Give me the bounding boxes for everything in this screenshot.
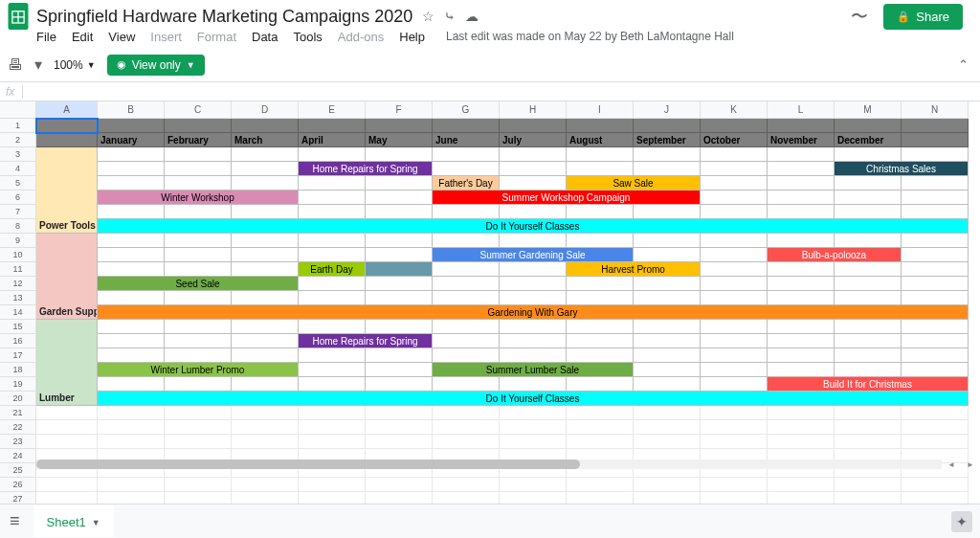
- scroll-arrows[interactable]: ◄►: [942, 460, 980, 469]
- row-header[interactable]: 18: [0, 363, 36, 377]
- row-header[interactable]: 2: [0, 133, 36, 147]
- row-header[interactable]: 3: [0, 147, 36, 162]
- menu-insert[interactable]: Insert: [150, 30, 182, 44]
- horizontal-scrollbar[interactable]: [36, 460, 942, 469]
- column-header[interactable]: H: [500, 101, 567, 119]
- campaign-bar[interactable]: Summer Workshop Campaign: [433, 191, 701, 205]
- campaign-bar[interactable]: Seed Sale: [98, 277, 299, 291]
- column-header[interactable]: C: [165, 101, 232, 119]
- zoom-control[interactable]: 100% ▼: [54, 58, 96, 72]
- row-header[interactable]: 20: [0, 392, 36, 406]
- row-header[interactable]: 9: [0, 234, 36, 248]
- cloud-icon[interactable]: ☁: [465, 9, 479, 24]
- column-header[interactable]: M: [835, 101, 902, 119]
- month-header: August: [567, 133, 634, 147]
- campaign-bar[interactable]: Home Repairs for Spring: [299, 162, 433, 176]
- row-header[interactable]: 4: [0, 162, 36, 176]
- campaign-bar[interactable]: Christmas Sales: [835, 162, 969, 176]
- document-title[interactable]: Springfield Hardware Marketing Campaigns…: [36, 7, 412, 27]
- campaign-bar[interactable]: Build It for Christmas: [768, 377, 969, 392]
- campaign-bar[interactable]: Father's Day: [433, 176, 500, 191]
- menubar: File Edit View Insert Format Data Tools …: [0, 27, 980, 48]
- row-header[interactable]: 15: [0, 320, 36, 334]
- row-header[interactable]: 24: [0, 449, 36, 463]
- campaign-bar[interactable]: Do It Yourself Classes: [98, 392, 969, 406]
- column-header[interactable]: D: [232, 101, 299, 119]
- row-header[interactable]: 16: [0, 334, 36, 348]
- menu-edit[interactable]: Edit: [72, 30, 93, 44]
- all-sheets-icon[interactable]: ≡: [10, 511, 20, 531]
- row-header[interactable]: 8: [0, 219, 36, 234]
- row-header[interactable]: 12: [0, 277, 36, 291]
- sheets-logo-icon[interactable]: [8, 3, 29, 30]
- menu-view[interactable]: View: [108, 30, 135, 44]
- menu-format[interactable]: Format: [197, 30, 236, 44]
- column-header[interactable]: E: [299, 101, 366, 119]
- campaign-bar[interactable]: Saw Sale: [567, 176, 701, 191]
- column-header[interactable]: J: [634, 101, 701, 119]
- row-header[interactable]: 11: [0, 262, 36, 277]
- campaign-bar[interactable]: Summer Lumber Sale: [433, 363, 634, 377]
- column-header[interactable]: L: [768, 101, 835, 119]
- campaign-bar[interactable]: Summer Gardening Sale: [433, 248, 634, 262]
- trend-icon[interactable]: 〜: [851, 5, 868, 28]
- star-icon[interactable]: ☆: [422, 9, 434, 24]
- campaign-bar[interactable]: Winter Workshop: [98, 191, 299, 205]
- campaign-bar[interactable]: Bulb-a-polooza: [768, 248, 902, 262]
- month-header: June: [433, 133, 500, 147]
- row-header[interactable]: 13: [0, 291, 36, 305]
- row-header[interactable]: 23: [0, 435, 36, 449]
- campaign-bar[interactable]: Gardening With Gary: [98, 305, 969, 320]
- menu-help[interactable]: Help: [399, 30, 425, 44]
- last-edit-text[interactable]: Last edit was made on May 22 by Beth LaM…: [446, 30, 734, 43]
- campaign-bar[interactable]: Home Repairs for Spring: [299, 334, 433, 348]
- column-header[interactable]: K: [701, 101, 768, 119]
- column-header[interactable]: F: [366, 101, 433, 119]
- campaign-bar[interactable]: Winter Lumber Promo: [98, 363, 299, 377]
- row-header[interactable]: 27: [0, 492, 36, 504]
- menu-tools[interactable]: Tools: [293, 30, 322, 44]
- sheet-tabs-bar: ≡ Sheet1▼: [0, 504, 980, 538]
- row-header[interactable]: 14: [0, 305, 36, 320]
- row-header[interactable]: 19: [0, 377, 36, 392]
- row-header[interactable]: 22: [0, 420, 36, 435]
- campaign-bar[interactable]: Earth Day: [299, 262, 366, 277]
- row-header[interactable]: 10: [0, 248, 36, 262]
- campaign-bar[interactable]: Harvest Promo: [567, 262, 701, 277]
- month-header: March: [232, 133, 299, 147]
- collapse-toolbar-icon[interactable]: ⌃: [958, 57, 969, 72]
- active-cell[interactable]: [36, 119, 98, 133]
- category-label: Lumber: [36, 320, 98, 406]
- print-icon[interactable]: 🖶: [8, 56, 23, 74]
- lock-icon: 🔒: [897, 11, 910, 23]
- row-header[interactable]: 6: [0, 191, 36, 205]
- campaign-bar[interactable]: Do It Yourself Classes: [98, 219, 969, 234]
- share-button[interactable]: 🔒 Share: [883, 4, 963, 30]
- chevron-down-icon[interactable]: ▼: [92, 518, 100, 527]
- titlebar: Springfield Hardware Marketing Campaigns…: [0, 0, 980, 27]
- column-header[interactable]: N: [902, 101, 969, 119]
- column-header[interactable]: G: [433, 101, 500, 119]
- filter-icon[interactable]: ▾: [34, 56, 42, 74]
- spreadsheet-grid[interactable]: ABCDEFGHIJKLMN12JanuaryFebruaryMarchApri…: [0, 101, 980, 504]
- sheet-tab-active[interactable]: Sheet1▼: [33, 505, 114, 537]
- view-only-button[interactable]: ◉ View only ▼: [107, 55, 205, 76]
- move-icon[interactable]: ⤷: [444, 9, 456, 24]
- toolbar: 🖶 ▾ 100% ▼ ◉ View only ▼ ⌃: [0, 48, 980, 82]
- explore-button[interactable]: ✦: [951, 511, 972, 532]
- menu-data[interactable]: Data: [252, 30, 278, 44]
- menu-addons[interactable]: Add-ons: [338, 30, 384, 44]
- menu-file[interactable]: File: [36, 30, 56, 44]
- column-header[interactable]: B: [98, 101, 165, 119]
- row-header[interactable]: 5: [0, 176, 36, 191]
- column-header[interactable]: A: [36, 101, 98, 119]
- column-header[interactable]: I: [567, 101, 634, 119]
- row-header[interactable]: 26: [0, 478, 36, 492]
- row-header[interactable]: 7: [0, 205, 36, 219]
- row-header[interactable]: 25: [0, 463, 36, 478]
- row-header[interactable]: 21: [0, 406, 36, 420]
- row-header[interactable]: 1: [0, 119, 36, 133]
- row-header[interactable]: 17: [0, 348, 36, 363]
- campaign-bar[interactable]: [366, 262, 433, 277]
- formula-bar[interactable]: fx: [0, 82, 980, 101]
